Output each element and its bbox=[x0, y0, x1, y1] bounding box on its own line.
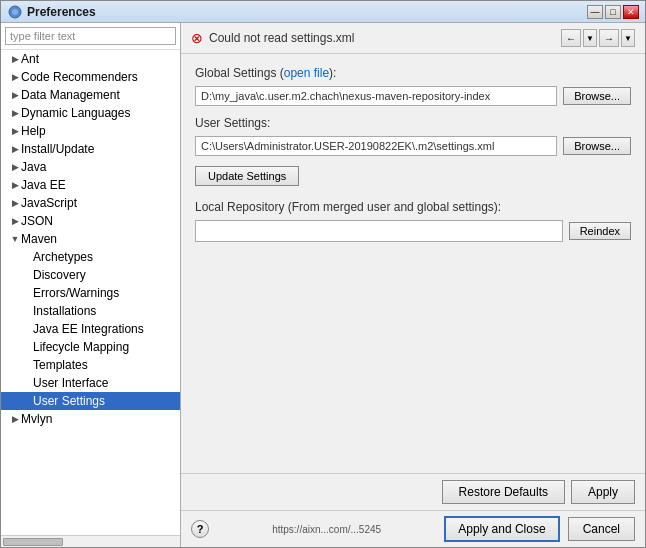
tree-arrow-install-update: ▶ bbox=[9, 143, 21, 155]
tree-label-code-recommenders: Code Recommenders bbox=[21, 70, 138, 84]
navigation-buttons: ← ▼ → ▼ bbox=[561, 29, 635, 47]
tree-arrow-archetypes bbox=[21, 251, 33, 263]
window-controls: — □ ✕ bbox=[587, 5, 639, 19]
tree-item-help[interactable]: ▶ Help bbox=[1, 122, 180, 140]
update-settings-button[interactable]: Update Settings bbox=[195, 166, 299, 186]
user-browse-button[interactable]: Browse... bbox=[563, 137, 631, 155]
error-icon: ⊗ bbox=[191, 30, 203, 46]
tree-item-user-settings[interactable]: User Settings bbox=[1, 392, 180, 410]
horizontal-scrollbar[interactable] bbox=[1, 535, 180, 547]
tree-item-templates[interactable]: Templates bbox=[1, 356, 180, 374]
tree-label-data-management: Data Management bbox=[21, 88, 120, 102]
tree-item-ant[interactable]: ▶ Ant bbox=[1, 50, 180, 68]
tree-label-discovery: Discovery bbox=[33, 268, 86, 282]
tree-label-install-update: Install/Update bbox=[21, 142, 94, 156]
tree-label-lifecycle-mapping: Lifecycle Mapping bbox=[33, 340, 129, 354]
tree-item-install-update[interactable]: ▶ Install/Update bbox=[1, 140, 180, 158]
global-settings-row: Browse... bbox=[195, 86, 631, 106]
tree-item-java-ee-integration[interactable]: Java EE Integrations bbox=[1, 320, 180, 338]
open-file-link[interactable]: open file bbox=[284, 66, 329, 80]
tree-arrow-java-ee: ▶ bbox=[9, 179, 21, 191]
tree-label-java-ee: Java EE bbox=[21, 178, 66, 192]
tree-arrow-user-interface bbox=[21, 377, 33, 389]
tree-item-maven[interactable]: ▼ Maven bbox=[1, 230, 180, 248]
global-browse-button[interactable]: Browse... bbox=[563, 87, 631, 105]
help-button[interactable]: ? bbox=[191, 520, 209, 538]
tree-item-java-ee[interactable]: ▶ Java EE bbox=[1, 176, 180, 194]
footer-url: https://aixn...com/...5245 bbox=[217, 524, 436, 535]
settings-content: Global Settings (open file): Browse... U… bbox=[181, 54, 645, 473]
tree-arrow-help: ▶ bbox=[9, 125, 21, 137]
tree-arrow-data-management: ▶ bbox=[9, 89, 21, 101]
tree-label-archetypes: Archetypes bbox=[33, 250, 93, 264]
close-button[interactable]: ✕ bbox=[623, 5, 639, 19]
main-content: ▶ Ant ▶ Code Recommenders ▶ Data Managem… bbox=[1, 23, 645, 547]
user-settings-label: User Settings: bbox=[195, 116, 631, 130]
tree-label-errors-warnings: Errors/Warnings bbox=[33, 286, 119, 300]
tree-item-mvlyn[interactable]: ▶ Mvlyn bbox=[1, 410, 180, 428]
nav-forward-dropdown[interactable]: ▼ bbox=[621, 29, 635, 47]
tree-arrow-json: ▶ bbox=[9, 215, 21, 227]
tree-item-code-recommenders[interactable]: ▶ Code Recommenders bbox=[1, 68, 180, 86]
window-title: Preferences bbox=[27, 5, 587, 19]
tree-arrow-mvlyn: ▶ bbox=[9, 413, 21, 425]
tree-arrow-java-ee-integration bbox=[21, 323, 33, 335]
tree-item-lifecycle-mapping[interactable]: Lifecycle Mapping bbox=[1, 338, 180, 356]
user-settings-field[interactable] bbox=[195, 136, 557, 156]
tree-label-maven: Maven bbox=[21, 232, 57, 246]
tree-label-mvlyn: Mvlyn bbox=[21, 412, 52, 426]
tree-item-user-interface[interactable]: User Interface bbox=[1, 374, 180, 392]
tree-item-errors-warnings[interactable]: Errors/Warnings bbox=[1, 284, 180, 302]
reindex-button[interactable]: Reindex bbox=[569, 222, 631, 240]
window-icon bbox=[7, 4, 23, 20]
tree-arrow-discovery bbox=[21, 269, 33, 281]
minimize-button[interactable]: — bbox=[587, 5, 603, 19]
bottom-bar: Restore Defaults Apply bbox=[181, 473, 645, 510]
left-panel: ▶ Ant ▶ Code Recommenders ▶ Data Managem… bbox=[1, 23, 181, 547]
tree-item-archetypes[interactable]: Archetypes bbox=[1, 248, 180, 266]
tree-label-user-settings: User Settings bbox=[33, 394, 105, 408]
tree-label-dynamic-languages: Dynamic Languages bbox=[21, 106, 130, 120]
tree-arrow-code-recommenders: ▶ bbox=[9, 71, 21, 83]
tree-item-java[interactable]: ▶ Java bbox=[1, 158, 180, 176]
nav-back-dropdown[interactable]: ▼ bbox=[583, 29, 597, 47]
tree-item-data-management[interactable]: ▶ Data Management bbox=[1, 86, 180, 104]
footer-bar: ? https://aixn...com/...5245 Apply and C… bbox=[181, 510, 645, 547]
tree-item-json[interactable]: ▶ JSON bbox=[1, 212, 180, 230]
tree-label-templates: Templates bbox=[33, 358, 88, 372]
nav-back-button[interactable]: ← bbox=[561, 29, 581, 47]
apply-button[interactable]: Apply bbox=[571, 480, 635, 504]
tree-arrow-dynamic-languages: ▶ bbox=[9, 107, 21, 119]
local-repo-field bbox=[195, 220, 563, 242]
global-settings-field[interactable] bbox=[195, 86, 557, 106]
maximize-button[interactable]: □ bbox=[605, 5, 621, 19]
global-settings-label: Global Settings (open file): bbox=[195, 66, 631, 80]
scrollbar-thumb[interactable] bbox=[3, 538, 63, 546]
tree-item-installations[interactable]: Installations bbox=[1, 302, 180, 320]
tree-label-json: JSON bbox=[21, 214, 53, 228]
tree-arrow-java: ▶ bbox=[9, 161, 21, 173]
svg-point-1 bbox=[12, 9, 18, 15]
tree-arrow-user-settings bbox=[21, 395, 33, 407]
tree-label-user-interface: User Interface bbox=[33, 376, 108, 390]
local-repo-row: Reindex bbox=[195, 220, 631, 242]
tree-item-javascript[interactable]: ▶ JavaScript bbox=[1, 194, 180, 212]
tree-arrow-maven: ▼ bbox=[9, 233, 21, 245]
tree-item-discovery[interactable]: Discovery bbox=[1, 266, 180, 284]
preferences-window: Preferences — □ ✕ ▶ Ant ▶ Code Recommend… bbox=[0, 0, 646, 548]
apply-close-button[interactable]: Apply and Close bbox=[444, 516, 559, 542]
restore-defaults-button[interactable]: Restore Defaults bbox=[442, 480, 565, 504]
cancel-button[interactable]: Cancel bbox=[568, 517, 635, 541]
tree-arrow-errors-warnings bbox=[21, 287, 33, 299]
tree-arrow-templates bbox=[21, 359, 33, 371]
tree-label-installations: Installations bbox=[33, 304, 96, 318]
local-repo-label: Local Repository (From merged user and g… bbox=[195, 200, 631, 214]
tree-arrow-lifecycle-mapping bbox=[21, 341, 33, 353]
tree-container: ▶ Ant ▶ Code Recommenders ▶ Data Managem… bbox=[1, 49, 180, 535]
right-panel: ⊗ Could not read settings.xml ← ▼ → ▼ Gl… bbox=[181, 23, 645, 547]
filter-input[interactable] bbox=[5, 27, 176, 45]
title-bar: Preferences — □ ✕ bbox=[1, 1, 645, 23]
nav-forward-button[interactable]: → bbox=[599, 29, 619, 47]
tree-label-java: Java bbox=[21, 160, 46, 174]
tree-item-dynamic-languages[interactable]: ▶ Dynamic Languages bbox=[1, 104, 180, 122]
